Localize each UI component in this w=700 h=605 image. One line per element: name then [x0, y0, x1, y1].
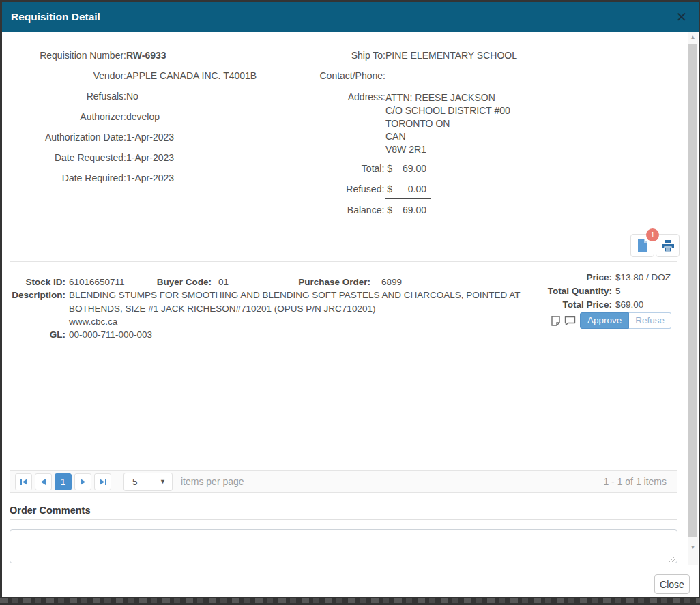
close-button[interactable]: Close: [654, 574, 690, 594]
date-requested-row: Date Requested: 1-Apr-2023: [2, 152, 174, 164]
item-row-separator: [17, 340, 670, 340]
field-label: Date Required:: [2, 173, 126, 184]
balance-label: Balance: $: [293, 205, 392, 216]
printer-icon: [662, 240, 674, 252]
quantity-value: 5: [615, 284, 678, 298]
price-value: $13.80 / DOZ: [615, 271, 678, 284]
pager-range-label: 1 - 1 of 1 items: [603, 476, 667, 487]
modal-titlebar: Requisition Detail ✕: [2, 2, 699, 32]
chevron-down-icon: ▼: [160, 473, 166, 490]
field-label: Requisition Number:: [2, 50, 126, 61]
line-items-grid: Stock ID: 61016650711 Buyer Code: 01 Pur…: [10, 261, 677, 493]
field-label: Refusals:: [2, 91, 126, 102]
field-label: Address:: [293, 91, 385, 103]
total-price-label: Total Price:: [542, 298, 615, 312]
price-label: Price:: [542, 271, 615, 284]
print-button[interactable]: [656, 234, 680, 257]
order-comments-divider: [10, 519, 677, 520]
field-label: Ship To:: [293, 50, 385, 61]
item-ids-row: Stock ID: 61016650711 Buyer Code: 01 Pur…: [10, 276, 548, 289]
order-comments-input[interactable]: [10, 529, 677, 563]
field-value: PINE ELEMENTARY SCHOOL: [385, 50, 517, 61]
field-label: Contact/Phone:: [293, 70, 385, 82]
modal-scrollbar[interactable]: ▲ ▼: [688, 32, 698, 565]
field-value: 1-Apr-2023: [126, 152, 174, 164]
requisition-detail-modal: Requisition Detail ✕ Requisition Number:…: [2, 2, 699, 597]
authorizer-row: Authorizer: develop: [2, 111, 160, 123]
requisition-number-row: Requisition Number: RW-6933: [2, 50, 166, 61]
quantity-row: Total Quantity: 5: [542, 284, 678, 298]
seek-last-icon[interactable]: [94, 473, 111, 490]
scrollbar-thumb[interactable]: [688, 44, 697, 537]
total-value: 69.00: [392, 163, 426, 175]
contact-phone-row: Contact/Phone:: [293, 70, 385, 82]
address-lines: ATTN: REESE JACKSON C/O SCHOOL DISTRICT …: [385, 91, 510, 156]
address-line: CAN: [385, 130, 510, 143]
balance-row: Balance: $ 69.00: [293, 205, 426, 216]
vendor-row: Vendor: APPLE CANADA INC. T4001B: [2, 70, 257, 82]
field-value: RW-6933: [126, 50, 166, 61]
order-comments-heading: Order Comments: [10, 505, 90, 516]
footer-divider: [2, 565, 699, 565]
field-value: 1-Apr-2023: [126, 173, 174, 184]
address-row: Address:: [293, 91, 385, 103]
refused-value: 0.00: [392, 183, 426, 195]
line-item-pricing: Price: $13.80 / DOZ Total Quantity: 5 To…: [542, 271, 678, 312]
total-price-row: Total Price: $69.00: [542, 298, 678, 312]
approve-button[interactable]: Approve: [580, 312, 629, 329]
description-label: Description:: [10, 289, 69, 328]
description-url: www.cbc.ca: [69, 315, 548, 328]
note-icon[interactable]: [551, 316, 560, 326]
line-item-actions: Approve Refuse: [551, 312, 671, 329]
field-value: No: [126, 91, 138, 102]
page-size-dropdown[interactable]: 5 ▼: [123, 473, 173, 491]
total-price-value: $69.00: [615, 298, 678, 312]
field-value: 1-Apr-2023: [126, 132, 174, 143]
attachment-count-badge: 1: [646, 228, 659, 241]
field-value: APPLE CANADA INC. T4001B: [126, 70, 257, 82]
page-size-value: 5: [132, 473, 138, 490]
buyer-code-value: 01: [218, 276, 229, 289]
total-row: Total: $ 69.00: [293, 163, 426, 175]
items-per-page-label: items per page: [181, 476, 244, 487]
refusals-row: Refusals: No: [2, 91, 138, 102]
refuse-button[interactable]: Refuse: [629, 312, 671, 329]
address-line: C/O SCHOOL DISTRICT #00: [385, 104, 510, 117]
address-line: ATTN: REESE JACKSON: [385, 91, 510, 104]
field-label: Date Requested:: [2, 152, 126, 164]
document-icon: [637, 239, 648, 252]
comment-bubble-icon[interactable]: [564, 316, 576, 326]
next-page-icon[interactable]: [74, 473, 91, 490]
refused-label: Refused: $: [293, 183, 392, 195]
scroll-down-icon[interactable]: ▼: [688, 542, 698, 553]
field-label: Authorizer:: [2, 111, 126, 123]
seek-first-icon[interactable]: [15, 473, 32, 490]
balance-value: 69.00: [392, 205, 426, 216]
price-row: Price: $13.80 / DOZ: [542, 271, 678, 284]
address-line: TORONTO ON: [385, 117, 510, 130]
date-required-row: Date Required: 1-Apr-2023: [2, 173, 174, 184]
dimmed-page-text: [0, 598, 700, 603]
ship-to-row: Ship To: PINE ELEMENTARY SCHOOL: [293, 50, 517, 61]
purchase-order-value: 6899: [381, 276, 402, 289]
description-text: BLENDING STUMPS FOR SMOOTHING AND BLENDI…: [69, 289, 544, 315]
total-label: Total: $: [293, 163, 392, 175]
buyer-code-label: Buyer Code:: [140, 276, 212, 289]
grid-pager: 1 5 ▼ items per page 1 - 1 of 1 items: [10, 470, 677, 492]
prev-page-icon[interactable]: [35, 473, 52, 490]
scroll-up-icon[interactable]: ▲: [688, 32, 698, 43]
quantity-label: Total Quantity:: [542, 284, 615, 298]
field-label: Authorization Date:: [2, 132, 126, 143]
authorization-date-row: Authorization Date: 1-Apr-2023: [2, 132, 174, 143]
address-line: V8W 2R1: [385, 143, 510, 156]
stock-id-label: Stock ID:: [10, 276, 69, 289]
field-value: develop: [126, 111, 160, 123]
totals-sum-rule: [385, 198, 431, 199]
field-label: Vendor:: [2, 70, 126, 82]
item-description-row: Description: BLENDING STUMPS FOR SMOOTHI…: [10, 289, 548, 328]
purchase-order-label: Purchase Order:: [263, 276, 370, 289]
close-icon[interactable]: ✕: [671, 2, 692, 32]
page-number-button[interactable]: 1: [55, 473, 72, 490]
stock-id-value: 61016650711: [69, 277, 125, 287]
modal-title: Requisition Detail: [11, 2, 100, 32]
